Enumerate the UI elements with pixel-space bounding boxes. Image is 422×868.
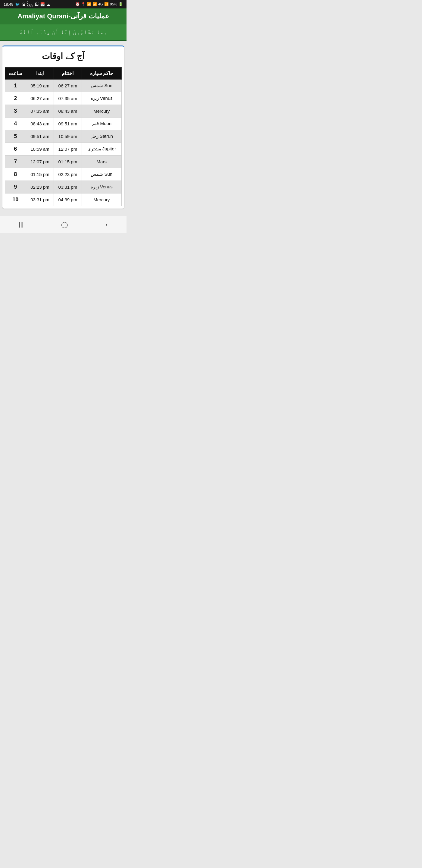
gallery-icon: 🖼 (35, 2, 38, 7)
cell-planet: Mars (82, 155, 121, 168)
cell-planet: Sun شمس (82, 168, 121, 181)
home-icon: ◯ (61, 221, 68, 228)
cell-end: 01:15 pm (54, 155, 82, 168)
cell-start: 12:07 pm (26, 155, 54, 168)
cell-hour: 8 (5, 168, 26, 181)
app-header: Amaliyat Qurani-عملیات قرآنی (0, 8, 127, 24)
table-row: 509:51 am10:59 amSatrun زحل (5, 130, 122, 143)
cell-end: 06:27 am (54, 79, 82, 92)
cell-hour: 1 (5, 79, 26, 92)
cell-start: 03:31 pm (26, 193, 54, 206)
network-type: 4G (98, 2, 103, 6)
cell-end: 04:39 pm (54, 193, 82, 206)
cell-start: 10:59 am (26, 143, 54, 155)
subtitle-text: وَمَا تَشَآءُونَ إِلَّآ أَن يَشَآءَ ٱللَ… (19, 29, 107, 35)
cell-planet: Venus زبره (82, 181, 121, 193)
cell-end: 08:43 am (54, 104, 82, 117)
cell-hour: 9 (5, 181, 26, 193)
cell-end: 07:35 am (54, 92, 82, 104)
status-indicators: ⏰ 📍 📶 📶 4G 📶 95% 🔋 (75, 2, 123, 6)
cell-planet: Venus زبره (82, 92, 121, 104)
schedule-card: آج کے اوقات ساعت ابتدا اختتام حاکم سیاره… (2, 45, 124, 209)
cell-planet: Mercury (82, 104, 121, 117)
subtitle-banner: وَمَا تَشَآءُونَ إِلَّآ أَن يَشَآءَ ٱللَ… (0, 24, 127, 41)
table-row: 712:07 pm01:15 pmMars (5, 155, 122, 168)
time-display: 18:49 (4, 2, 13, 7)
table-row: 206:27 am07:35 amVenus زبره (5, 92, 122, 104)
cell-start: 06:27 am (26, 92, 54, 104)
cell-end: 02:23 pm (54, 168, 82, 181)
back-button[interactable]: ‹ (100, 219, 114, 230)
cell-hour: 5 (5, 130, 26, 143)
calendar-icon: 📅 (40, 2, 45, 7)
table-header-row: ساعت ابتدا اختتام حاکم سیاره (5, 67, 122, 79)
table-row: 105:19 am06:27 amSun شمس (5, 79, 122, 92)
menu-icon: ||| (19, 221, 24, 227)
back-icon: ‹ (106, 221, 108, 227)
cell-hour: 6 (5, 143, 26, 155)
cell-end: 10:59 am (54, 130, 82, 143)
cell-end: 12:07 pm (54, 143, 82, 155)
cell-end: 09:51 am (54, 117, 82, 130)
cell-hour: 4 (5, 117, 26, 130)
col-header-start: ابتدا (26, 67, 54, 79)
title-urdu: عملیات قرآنی (70, 12, 109, 20)
table-row: 1003:31 pm04:39 pmMercury (5, 193, 122, 206)
cell-hour: 7 (5, 155, 26, 168)
col-header-hour: ساعت (5, 67, 26, 79)
cell-end: 03:31 pm (54, 181, 82, 193)
card-title: آج کے اوقات (5, 51, 122, 61)
cell-hour: 10 (5, 193, 26, 206)
battery-percent: 95% (110, 2, 117, 6)
alarm-icon: ⏰ (75, 2, 80, 6)
cell-start: 07:35 am (26, 104, 54, 117)
weather-icon: 🌤 (21, 2, 25, 7)
table-row: 307:35 am08:43 amMercury (5, 104, 122, 117)
cell-planet: Mercury (82, 193, 121, 206)
col-header-end: اختتام (54, 67, 82, 79)
menu-button[interactable]: ||| (13, 219, 30, 230)
twitter-icon: 🐦 (15, 2, 20, 7)
main-content: آج کے اوقات ساعت ابتدا اختتام حاکم سیاره… (0, 41, 127, 213)
cell-start: 05:19 am (26, 79, 54, 92)
status-time: 18:49 🐦 🌤 0KB/s 🖼 📅 ☁ (4, 1, 50, 7)
col-header-planet: حاکم سیاره (82, 67, 121, 79)
data-icon: 0KB/s (27, 1, 33, 7)
location-icon: 📍 (81, 2, 86, 6)
bottom-nav: ||| ◯ ‹ (0, 216, 127, 233)
cell-planet: Sun شمس (82, 79, 121, 92)
cloud-icon: ☁ (46, 2, 50, 7)
cell-start: 08:43 am (26, 117, 54, 130)
status-bar: 18:49 🐦 🌤 0KB/s 🖼 📅 ☁ ⏰ 📍 📶 📶 4G 📶 95% 🔋 (0, 0, 127, 8)
cell-planet: Satrun زحل (82, 130, 121, 143)
cell-planet: Jupiter مشتری (82, 143, 121, 155)
cell-start: 09:51 am (26, 130, 54, 143)
table-row: 801:15 pm02:23 pmSun شمس (5, 168, 122, 181)
table-row: 408:43 am09:51 amMoon قمر (5, 117, 122, 130)
app-title: Amaliyat Qurani-عملیات قرآنی (5, 12, 122, 21)
cell-planet: Moon قمر (82, 117, 121, 130)
wifi-icon: 📶 (87, 2, 91, 6)
cell-start: 01:15 pm (26, 168, 54, 181)
battery-icon: 🔋 (118, 2, 123, 6)
schedule-table: ساعت ابتدا اختتام حاکم سیاره 105:19 am06… (5, 67, 122, 206)
signal-icon2: 📶 (104, 2, 109, 6)
cell-hour: 3 (5, 104, 26, 117)
signal-icon: 📶 (93, 2, 97, 6)
home-button[interactable]: ◯ (55, 219, 74, 230)
cell-start: 02:23 pm (26, 181, 54, 193)
cell-hour: 2 (5, 92, 26, 104)
table-row: 610:59 am12:07 pmJupiter مشتری (5, 143, 122, 155)
table-row: 902:23 pm03:31 pmVenus زبره (5, 181, 122, 193)
title-english: Amaliyat Qurani- (18, 12, 70, 20)
